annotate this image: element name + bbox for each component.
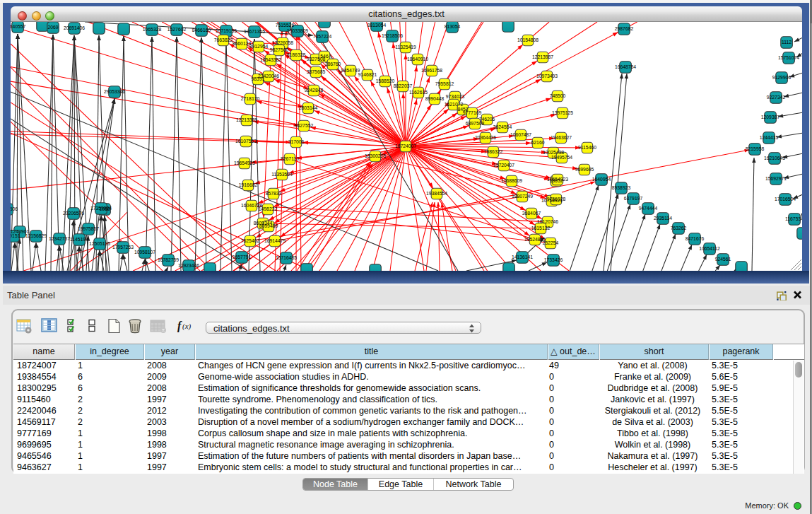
svg-text:12505135: 12505135 [89, 241, 110, 246]
svg-text:7515526: 7515526 [276, 23, 295, 28]
svg-text:763262: 763262 [671, 226, 687, 230]
svg-text:2803144: 2803144 [299, 105, 318, 110]
svg-text:7986322: 7986322 [484, 149, 503, 154]
svg-text:19384554: 19384554 [426, 191, 447, 196]
svg-text:14136141: 14136141 [512, 255, 533, 259]
svg-text:10654112: 10654112 [699, 246, 720, 251]
svg-text:9699695: 9699695 [575, 167, 594, 172]
svg-text:19463627: 19463627 [551, 135, 572, 140]
svg-text:7357224: 7357224 [313, 34, 332, 39]
svg-text:286760: 286760 [325, 62, 341, 66]
svg-text:15692971: 15692971 [765, 176, 787, 181]
svg-text:15751074: 15751074 [778, 55, 799, 60]
svg-text:1167534: 1167534 [785, 216, 802, 221]
svg-text:1065328: 1065328 [143, 27, 162, 32]
svg-text:8215958: 8215958 [746, 146, 765, 151]
svg-text:9777169: 9777169 [463, 110, 482, 115]
svg-text:2935114: 2935114 [654, 216, 672, 221]
svg-text:6897508: 6897508 [466, 121, 485, 126]
svg-text:7955812: 7955812 [435, 81, 454, 86]
svg-text:9734023: 9734023 [446, 94, 465, 99]
svg-text:1733426: 1733426 [544, 257, 563, 262]
svg-text:19975857: 19975857 [78, 226, 99, 231]
svg-text:16914479: 16914479 [264, 238, 286, 243]
svg-text:19654925: 19654925 [234, 160, 255, 165]
svg-text:18724007: 18724007 [395, 144, 416, 148]
svg-text:10607487: 10607487 [510, 132, 531, 137]
svg-text:39151: 39151 [11, 233, 20, 238]
svg-text:26160506: 26160506 [11, 206, 18, 211]
svg-text:18300275: 18300275 [365, 153, 386, 158]
svg-text:17016504: 17016504 [775, 197, 796, 201]
svg-text:17359924: 17359924 [90, 206, 112, 211]
svg-text:10688609: 10688609 [501, 178, 522, 183]
svg-text:11353594: 11353594 [271, 172, 293, 177]
svg-text:18640910: 18640910 [407, 57, 428, 62]
svg-text:8471676: 8471676 [686, 236, 705, 241]
svg-text:8186328: 8186328 [287, 52, 306, 57]
svg-text:8427552: 8427552 [295, 123, 314, 128]
svg-text:10154808: 10154808 [517, 37, 539, 42]
svg-text:19495754: 19495754 [551, 155, 572, 160]
svg-text:12213389: 12213389 [236, 117, 257, 122]
svg-text:9227342: 9227342 [767, 95, 786, 100]
svg-text:12923446: 12923446 [178, 263, 199, 268]
svg-text:13975125: 13975125 [552, 110, 573, 115]
svg-text:8099489: 8099489 [259, 223, 278, 228]
svg-text:9242848: 9242848 [305, 88, 324, 93]
svg-text:1112: 1112 [782, 40, 792, 45]
svg-text:10719155: 10719155 [216, 28, 237, 33]
svg-text:10973493: 10973493 [536, 74, 558, 78]
svg-text:10671355: 10671355 [244, 29, 265, 34]
svg-text:10025438: 10025438 [543, 150, 564, 155]
svg-text:8813054: 8813054 [367, 23, 387, 28]
svg-text:8454749: 8454749 [341, 68, 360, 73]
svg-text:1621072: 1621072 [445, 102, 464, 107]
svg-text:62160: 62160 [531, 140, 545, 145]
svg-text:2718170: 2718170 [241, 96, 260, 101]
svg-text:11325419: 11325419 [395, 45, 416, 49]
svg-text:29053346: 29053346 [104, 89, 125, 94]
svg-text:16033809: 16033809 [287, 28, 308, 33]
svg-text:2069: 2069 [47, 25, 58, 30]
svg-text:8990448: 8990448 [425, 96, 445, 101]
svg-text:3875685: 3875685 [307, 69, 326, 74]
svg-text:9827500: 9827500 [270, 47, 289, 52]
svg-text:13226058: 13226058 [272, 40, 293, 45]
svg-text:6379197: 6379197 [624, 196, 643, 201]
svg-text:9657791: 9657791 [233, 255, 252, 259]
svg-text:16961758: 16961758 [421, 68, 442, 73]
svg-text:16210643: 16210643 [764, 156, 785, 160]
svg-text:748500: 748500 [550, 93, 566, 98]
svg-text:1209387: 1209387 [761, 115, 780, 119]
svg-text:12342737: 12342737 [49, 236, 70, 241]
svg-text:9474444: 9474444 [639, 206, 658, 211]
svg-text:8466160: 8466160 [192, 28, 211, 33]
svg-text:252254: 252254 [543, 240, 559, 245]
svg-text:1615132: 1615132 [531, 226, 551, 230]
svg-text:15716485: 15716485 [276, 255, 297, 260]
svg-text:3684067: 3684067 [522, 211, 541, 216]
svg-text:15720407: 15720407 [493, 163, 514, 168]
svg-text:12156829: 12156829 [25, 233, 47, 238]
svg-text:140557: 140557 [11, 24, 26, 29]
svg-text:16648784: 16648784 [615, 64, 636, 69]
svg-text:1640954: 1640954 [592, 177, 611, 182]
svg-text:8938923: 8938923 [612, 185, 631, 190]
svg-text:20691406: 20691406 [64, 25, 85, 30]
svg-text:857833: 857833 [266, 191, 282, 196]
svg-text:8660124: 8660124 [233, 41, 252, 46]
svg-text:16543382: 16543382 [260, 57, 281, 62]
svg-text:18807249: 18807249 [512, 194, 533, 199]
svg-text:16107553: 16107553 [235, 139, 257, 144]
svg-text:10958107: 10958107 [134, 250, 155, 255]
svg-text:12213987: 12213987 [532, 54, 553, 59]
svg-text:317006: 317006 [288, 139, 305, 144]
svg-text:7663822: 7663822 [214, 37, 233, 42]
svg-text:2987682: 2987682 [615, 26, 634, 31]
svg-text:1244415: 1244415 [760, 135, 779, 140]
svg-text:20364436: 20364436 [475, 135, 496, 140]
svg-text:1916682: 1916682 [239, 182, 258, 187]
svg-text:f: f [177, 320, 182, 332]
svg-text:17957253: 17957253 [112, 245, 134, 250]
